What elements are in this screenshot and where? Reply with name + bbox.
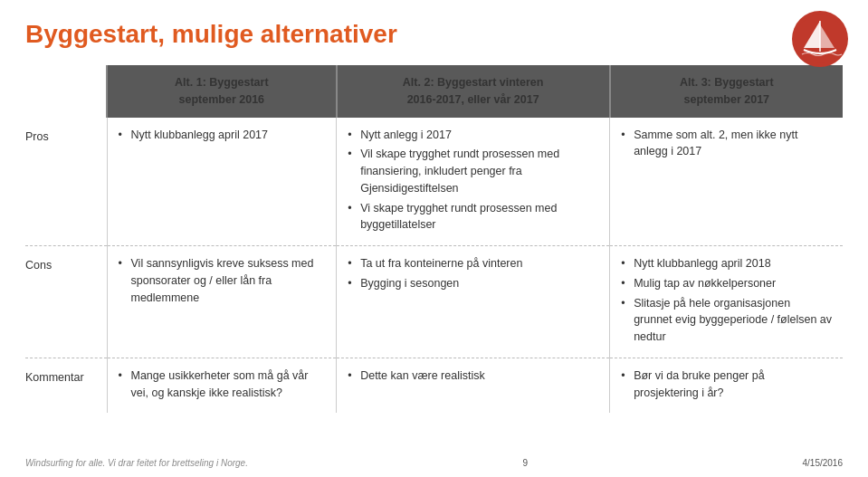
list-item: Mulig tap av nøkkelpersoner <box>621 275 832 292</box>
main-table: Alt. 1: Byggestart september 2016 Alt. 2… <box>25 65 843 413</box>
pros-alt1: Nytt klubbanlegg april 2017 <box>107 118 337 246</box>
pros-row: Pros Nytt klubbanlegg april 2017 Nytt an… <box>25 118 843 246</box>
kommentar-alt3: Bør vi da bruke penger på prosjektering … <box>610 358 843 413</box>
kommentar-row: Kommentar Mange usikkerheter som må gå v… <box>25 358 843 413</box>
list-item: Vil sannsynligvis kreve suksess med spon… <box>119 255 326 306</box>
list-item: Nytt anlegg i 2017 <box>348 127 598 144</box>
list-item: Ta ut fra konteinerne på vinteren <box>348 255 598 272</box>
kommentar-label: Kommentar <box>25 358 107 413</box>
pros-alt2: Nytt anlegg i 2017Vil skape trygghet run… <box>337 118 610 246</box>
list-item: Bygging i sesongen <box>348 275 598 292</box>
footer: Windsurfing for alle. Vi drar feitet for… <box>0 458 868 468</box>
alt2-header: Alt. 2: Byggestart vinteren 2016-2017, e… <box>337 65 610 118</box>
kommentar-alt2: Dette kan være realistisk <box>337 358 610 413</box>
cons-alt2: Ta ut fra konteinerne på vinterenBygging… <box>337 246 610 358</box>
list-item: Nytt klubbanlegg april 2018 <box>621 255 832 272</box>
list-item: Bør vi da bruke penger på prosjektering … <box>621 367 832 402</box>
logo <box>792 11 848 67</box>
page: Byggestart, mulige alternativer Alt. 1: … <box>0 0 868 477</box>
alt1-header: Alt. 1: Byggestart september 2016 <box>107 65 337 118</box>
pros-label: Pros <box>25 118 107 246</box>
cons-row: Cons Vil sannsynligvis kreve suksess med… <box>25 246 843 358</box>
footer-center: 9 <box>522 458 528 468</box>
list-item: Dette kan være realistisk <box>348 367 598 385</box>
footer-left: Windsurfing for alle. Vi drar feitet for… <box>25 458 248 468</box>
footer-right: 4/15/2016 <box>802 458 843 468</box>
list-item: Nytt klubbanlegg april 2017 <box>119 127 326 144</box>
list-item: Mange usikkerheter som må gå vår vei, og… <box>119 367 326 402</box>
list-item: Samme som alt. 2, men ikke nytt anlegg i… <box>621 127 832 161</box>
header-row: Alt. 1: Byggestart september 2016 Alt. 2… <box>25 65 843 118</box>
cons-alt3: Nytt klubbanlegg april 2018Mulig tap av … <box>610 246 843 358</box>
cons-alt1: Vil sannsynligvis kreve suksess med spon… <box>107 246 337 358</box>
list-item: Vil skape trygghet rundt prosessen med f… <box>348 146 598 196</box>
alt3-header: Alt. 3: Byggestart september 2017 <box>610 65 843 118</box>
kommentar-alt1: Mange usikkerheter som må gå vår vei, og… <box>107 358 337 413</box>
list-item: Vi skape trygghet rundt prosessen med by… <box>348 200 598 234</box>
pros-alt3: Samme som alt. 2, men ikke nytt anlegg i… <box>610 118 843 246</box>
list-item: Slitasje på hele organisasjonen grunnet … <box>621 295 832 346</box>
page-title: Byggestart, mulige alternativer <box>25 20 843 49</box>
cons-label: Cons <box>25 246 107 358</box>
